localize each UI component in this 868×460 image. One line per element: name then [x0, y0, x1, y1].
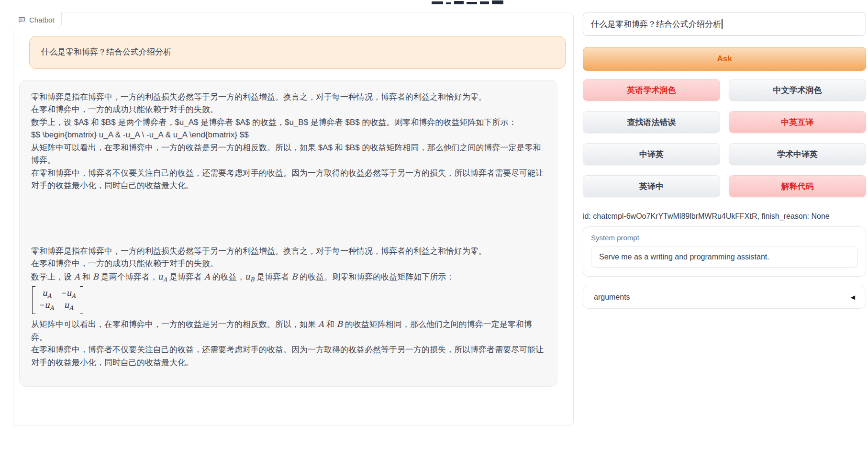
ask-button[interactable]: Ask — [583, 47, 866, 71]
control-panel: 什么是零和博弈？结合公式介绍分析 Ask 英语学术润色中文学术润色查找语法错误中… — [583, 12, 866, 309]
quick-actions-grid: 英语学术润色中文学术润色查找语法错误中英互译中译英学术中译英英译中解释代码 — [583, 79, 866, 197]
system-prompt-label: System prompt — [591, 234, 858, 242]
arguments-accordion[interactable]: arguments ◀ — [583, 286, 866, 309]
system-prompt-value: Serve me as a writing and programming as… — [599, 253, 769, 261]
quick-action-button[interactable]: 解释代码 — [729, 175, 866, 197]
chatbot-label-text: Chatbot — [29, 16, 55, 24]
chat-messages: 什么是零和博弈？结合公式介绍分析 零和博弈是指在博弈中，一方的利益损失必然等于另… — [13, 36, 573, 387]
quick-action-button[interactable]: 中译英 — [583, 143, 720, 165]
quick-action-button[interactable]: 中英互译 — [729, 111, 866, 133]
accordion-collapse-icon: ◀ — [851, 294, 855, 301]
bot-message-raw-block: 零和博弈是指在博弈中，一方的利益损失必然等于另一方的利益增益。换言之，对于每一种… — [31, 91, 545, 192]
system-prompt-group: System prompt Serve me as a writing and … — [583, 226, 866, 277]
chatbot-panel: Chatbot 什么是零和博弈？结合公式介绍分析 零和博弈是指在博弈中，一方的利… — [13, 12, 574, 426]
user-message: 什么是零和博弈？结合公式介绍分析 — [29, 36, 566, 69]
question-input[interactable]: 什么是零和博弈？结合公式介绍分析 — [583, 12, 866, 36]
chatbot-label: Chatbot — [13, 12, 62, 28]
payoff-matrix: uA−uA−uAuA — [32, 286, 83, 314]
user-message-text: 什么是零和博弈？结合公式介绍分析 — [41, 47, 171, 56]
page: Chatbot 什么是零和博弈？结合公式介绍分析 零和博弈是指在博弈中，一方的利… — [0, 0, 868, 460]
bot-message-rendered-block: 零和博弈是指在博弈中，一方的利益损失必然等于另一方的利益增益。换言之，对于每一种… — [31, 245, 545, 370]
question-input-value: 什么是零和博弈？结合公式介绍分析 — [591, 19, 721, 30]
quick-action-button[interactable]: 英语学术润色 — [583, 79, 720, 101]
quick-action-button[interactable]: 中文学术润色 — [729, 79, 866, 101]
clipped-page-title — [432, 0, 503, 4]
quick-action-button[interactable]: 学术中译英 — [729, 143, 866, 165]
quick-action-button[interactable]: 英译中 — [583, 175, 720, 197]
response-meta: id: chatcmpl-6wOo7KrYTwMl89lbrMWRu4UkFFX… — [583, 212, 866, 221]
text-cursor — [722, 19, 723, 29]
quick-action-button[interactable]: 查找语法错误 — [583, 111, 720, 133]
chat-bubble-icon — [18, 16, 25, 23]
system-prompt-input[interactable]: Serve me as a writing and programming as… — [591, 247, 858, 268]
bot-message: 零和博弈是指在博弈中，一方的利益损失必然等于另一方的利益增益。换言之，对于每一种… — [19, 80, 557, 387]
arguments-label: arguments — [594, 293, 630, 302]
